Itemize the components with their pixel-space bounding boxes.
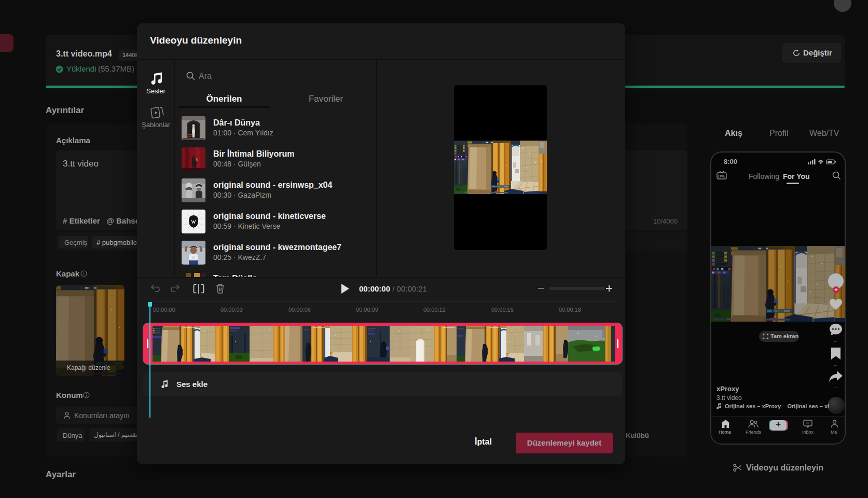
svg-text:LIVE: LIVE <box>718 174 726 178</box>
